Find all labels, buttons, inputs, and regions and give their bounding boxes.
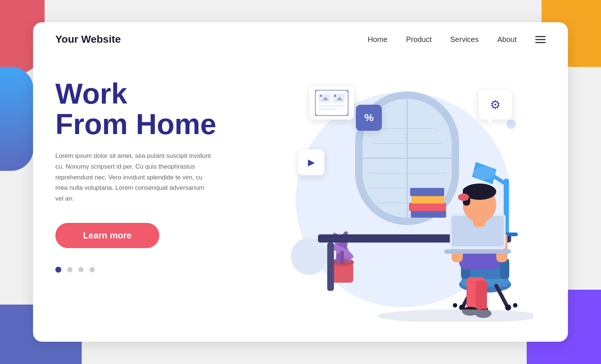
play-icon: ▶	[308, 157, 315, 168]
side-accent-left	[0, 67, 33, 171]
svg-rect-60	[444, 249, 511, 254]
hero-description: Lorem ipsum dolor sit amet, sea putant s…	[55, 151, 211, 204]
hamburger-line-1	[535, 36, 546, 37]
gear-icon: ⚙	[490, 98, 501, 112]
header: Your Website Home Product Services About	[33, 22, 568, 56]
svg-point-5	[334, 95, 336, 97]
nav-services[interactable]: Services	[450, 35, 479, 44]
svg-point-47	[505, 305, 511, 311]
svg-rect-7	[319, 105, 345, 107]
svg-point-49	[453, 303, 457, 308]
hero-title-line2: From Home	[55, 108, 216, 140]
svg-rect-26	[409, 203, 446, 211]
float-card-image	[309, 86, 354, 120]
main-content: Work From Home Lorem ipsum dolor sit ame…	[33, 56, 568, 342]
hero-title-line1: Work	[55, 77, 127, 110]
svg-rect-25	[411, 210, 446, 218]
svg-rect-27	[412, 195, 444, 204]
float-card-gear: ⚙	[479, 90, 512, 120]
main-card: Your Website Home Product Services About…	[33, 22, 568, 342]
logo[interactable]: Your Website	[55, 33, 121, 45]
dot-2[interactable]	[67, 267, 72, 272]
svg-point-50	[513, 303, 517, 308]
right-panel: % ▶ ⚙	[261, 64, 546, 327]
svg-rect-28	[410, 188, 444, 196]
dot-4[interactable]	[90, 267, 95, 272]
svg-point-66	[377, 309, 533, 322]
image-card-icon	[315, 90, 348, 116]
svg-point-37	[474, 166, 494, 180]
carousel-dots	[55, 267, 261, 273]
learn-more-button[interactable]: Learn more	[55, 223, 159, 248]
nav-home[interactable]: Home	[368, 35, 387, 44]
hamburger-menu[interactable]	[535, 36, 546, 43]
float-card-play: ▶	[298, 149, 324, 175]
svg-rect-8	[319, 108, 337, 110]
hamburger-line-3	[535, 42, 546, 43]
svg-rect-24	[340, 251, 344, 264]
nav-product[interactable]: Product	[406, 35, 432, 44]
svg-point-65	[458, 194, 469, 201]
svg-rect-30	[327, 243, 334, 291]
left-panel: Work From Home Lorem ipsum dolor sit ame…	[55, 64, 261, 327]
dot-1[interactable]	[55, 267, 61, 273]
hamburger-line-2	[535, 39, 546, 40]
hero-title: Work From Home	[55, 79, 261, 140]
navigation: Home Product Services About	[368, 35, 546, 44]
nav-about[interactable]: About	[497, 35, 517, 44]
svg-point-2	[320, 95, 322, 97]
float-card-percent: %	[356, 105, 382, 131]
percent-icon: %	[364, 112, 374, 124]
dot-3[interactable]	[78, 267, 84, 272]
